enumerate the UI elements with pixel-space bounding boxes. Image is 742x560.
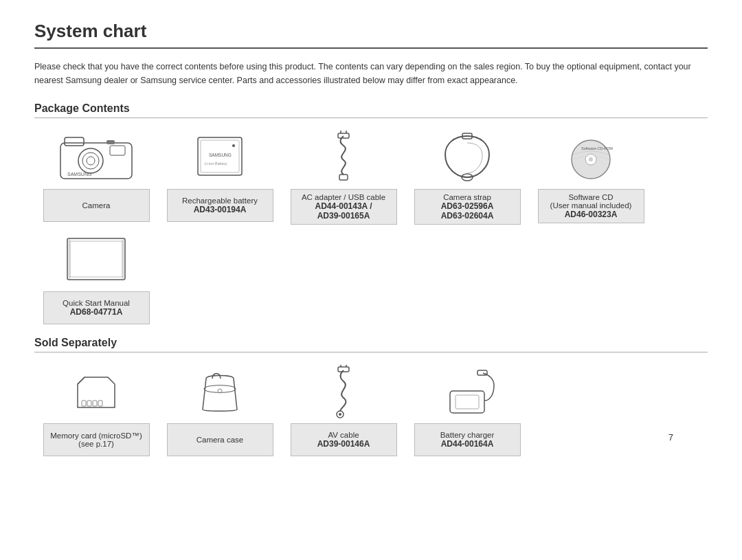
avcable-label: AV cable AD39-00146A [291, 423, 397, 456]
charger-image [419, 362, 515, 421]
svg-rect-7 [106, 140, 115, 144]
svg-rect-30 [93, 401, 97, 406]
cd-model: AD46-00323A [565, 210, 618, 219]
strap-model1: AD63-02596A [441, 201, 494, 211]
case-image [172, 362, 268, 421]
svg-point-12 [232, 144, 235, 147]
svg-rect-26 [69, 240, 70, 278]
svg-point-2 [82, 153, 99, 169]
charger-label: Battery charger AD44-00164A [414, 423, 521, 456]
cable-model2: AD39-00165A [317, 211, 370, 221]
svg-rect-25 [70, 241, 122, 277]
svg-point-1 [78, 148, 103, 173]
memcard-label: Memory card (microSD™) (see p.17) [43, 423, 150, 456]
svg-point-21 [589, 157, 593, 161]
package-contents-heading: Package Contents [34, 102, 708, 118]
memcard-desc2: (see p.17) [78, 440, 114, 448]
manual-label: Quick Start Manual AD68-04771A [43, 291, 150, 324]
charger-model: AD44-00164A [441, 439, 494, 449]
battery-image: SAMSUNG Li-ion Battery [172, 128, 268, 186]
svg-rect-4 [65, 137, 84, 146]
charger-desc: Battery charger [440, 431, 495, 439]
item-battery: SAMSUNG Li-ion Battery Rechargeable batt… [158, 128, 282, 222]
strap-label: Camera strap AD63-02596A AD63-02604A [414, 189, 521, 225]
svg-point-37 [339, 413, 341, 416]
avcable-desc: AV cable [328, 431, 359, 439]
camera-image: SAMSUNG [48, 128, 144, 186]
svg-rect-29 [87, 401, 91, 406]
battery-model: AD43-00194A [194, 205, 247, 214]
case-desc: Camera case [196, 436, 243, 444]
item-case: Camera case [158, 362, 282, 456]
item-manual: Quick Start Manual AD68-04771A [34, 230, 158, 324]
battery-label: Rechargeable battery AD43-00194A [167, 189, 273, 222]
intro-paragraph: Please check that you have the correct c… [34, 60, 708, 87]
sold-row-1: Memory card (microSD™) (see p.17) [34, 362, 708, 456]
case-label: Camera case [167, 423, 273, 456]
cd-label: Software CD (User manual included) AD46-… [538, 189, 644, 223]
package-row-2: Quick Start Manual AD68-04771A [34, 230, 708, 324]
svg-text:SAMSUNG: SAMSUNG [67, 172, 91, 177]
strap-model2: AD63-02604A [441, 211, 494, 221]
item-cd: Software CD-ROM Software CD (User manual… [529, 128, 653, 223]
svg-rect-27 [122, 240, 124, 278]
avcable-model: AD39-00146A [317, 439, 370, 449]
svg-rect-5 [110, 146, 125, 155]
cd-desc2: (User manual included) [550, 201, 632, 210]
camera-label: Camera [43, 189, 150, 222]
cable-desc: AC adapter / USB cable [302, 193, 385, 201]
item-strap: Camera strap AD63-02596A AD63-02604A [405, 128, 529, 225]
svg-rect-31 [98, 401, 102, 406]
memcard-image [48, 362, 144, 421]
manual-model: AD68-04771A [70, 307, 123, 317]
svg-rect-28 [82, 401, 86, 406]
cable-label: AC adapter / USB cable AD44-00143A / AD3… [291, 189, 397, 225]
item-charger: Battery charger AD44-00164A [405, 362, 529, 456]
cable-model: AD44-00143A / [315, 201, 372, 211]
svg-rect-13 [338, 133, 349, 138]
svg-rect-39 [456, 395, 479, 409]
sold-separately-heading: Sold Separately [34, 337, 708, 352]
item-avcable: AV cable AD39-00146A [282, 362, 405, 456]
sold-separately-section: Sold Separately [34, 337, 708, 456]
svg-text:SAMSUNG: SAMSUNG [209, 153, 232, 157]
cd-desc: Software CD [568, 193, 613, 201]
strap-desc: Camera strap [443, 193, 491, 201]
manual-desc: Quick Start Manual [63, 299, 130, 307]
camera-desc: Camera [82, 201, 111, 210]
item-camera: SAMSUNG Camera [34, 128, 158, 222]
package-row-1: SAMSUNG Camera SAMSUNG Li-ion Battery [34, 128, 708, 225]
avcable-image [295, 362, 392, 421]
strap-image [419, 128, 515, 186]
svg-rect-24 [67, 238, 125, 280]
battery-desc: Rechargeable battery [182, 197, 258, 205]
item-cable: AC adapter / USB cable AD44-00143A / AD3… [282, 128, 405, 225]
manual-image [48, 230, 144, 289]
svg-point-3 [87, 157, 95, 165]
page-number: 7 [668, 432, 673, 443]
svg-text:Software CD-ROM: Software CD-ROM [581, 146, 613, 150]
memcard-desc: Memory card (microSD™) [50, 432, 142, 440]
page-title: System chart [34, 21, 708, 49]
cable-image [295, 128, 392, 186]
svg-text:Li-ion Battery: Li-ion Battery [205, 161, 227, 166]
item-memcard: Memory card (microSD™) (see p.17) [34, 362, 158, 456]
svg-rect-16 [339, 175, 348, 180]
cd-image: Software CD-ROM [543, 128, 639, 186]
